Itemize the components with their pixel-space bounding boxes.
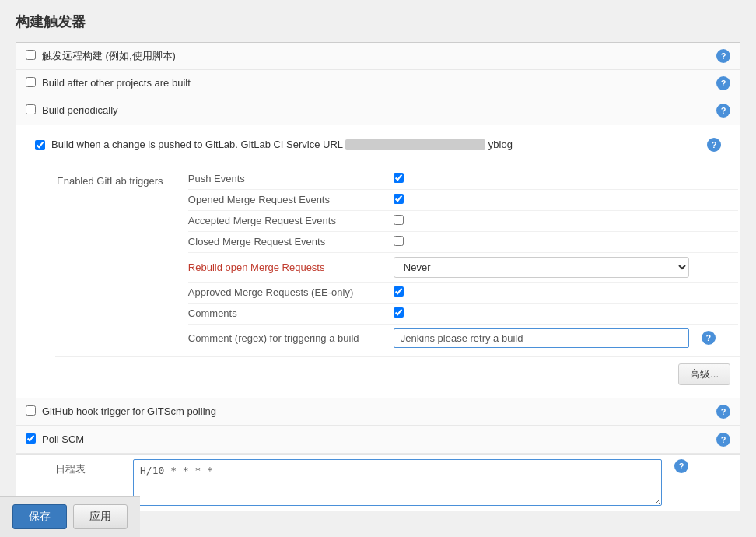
github-hook-help-icon[interactable]: ? bbox=[716, 405, 730, 419]
build-after-help-icon[interactable]: ? bbox=[716, 76, 730, 90]
comments-label: Comments bbox=[188, 307, 390, 319]
comments-item: Comments bbox=[188, 304, 738, 325]
approved-merge-label: Approved Merge Requests (EE-only) bbox=[188, 286, 390, 298]
comment-regex-item: Comment (regex) for triggering a build ? bbox=[188, 325, 738, 352]
build-after-checkbox[interactable] bbox=[26, 77, 36, 87]
poll-scm-label: Poll SCM bbox=[42, 433, 710, 447]
opened-merge-checkbox[interactable] bbox=[394, 194, 404, 204]
poll-scm-row: Poll SCM ? bbox=[16, 426, 740, 454]
closed-merge-label: Closed Merge Request Events bbox=[188, 236, 390, 247]
schedule-textarea[interactable]: H/10 * * * * bbox=[133, 459, 662, 506]
enabled-triggers-label: Enabled GitLab triggers bbox=[57, 169, 187, 352]
schedule-help-icon[interactable]: ? bbox=[674, 459, 688, 473]
gitlab-triggers-table: Enabled GitLab triggers Push Events Open… bbox=[55, 167, 740, 353]
approved-merge-checkbox[interactable] bbox=[394, 286, 404, 297]
opened-merge-label: Opened Merge Request Events bbox=[188, 194, 390, 205]
push-events-checkbox[interactable] bbox=[394, 173, 404, 183]
build-after-label: Build after other projects are built bbox=[42, 76, 710, 90]
gitlab-expanded-content: Enabled GitLab triggers Push Events Open… bbox=[16, 164, 740, 398]
gitlab-trigger-label: Build when a change is pushed to GitLab.… bbox=[51, 138, 701, 152]
build-after-row: Build after other projects are built ? bbox=[16, 70, 740, 97]
advanced-button[interactable]: 高级... bbox=[678, 363, 730, 385]
build-periodically-checkbox[interactable] bbox=[26, 104, 36, 114]
triggers-col: Push Events Opened Merge Request Events bbox=[188, 169, 738, 352]
push-events-label: Push Events bbox=[188, 173, 390, 184]
rebuild-open-select[interactable]: Never On push to source branch On push t… bbox=[394, 257, 689, 278]
comments-checkbox[interactable] bbox=[394, 307, 404, 318]
accepted-merge-label: Accepted Merge Request Events bbox=[188, 215, 390, 226]
schedule-label: 日程表 bbox=[55, 459, 133, 476]
closed-merge-checkbox[interactable] bbox=[394, 236, 404, 246]
gitlab-url-blur bbox=[345, 139, 485, 150]
poll-scm-checkbox[interactable] bbox=[26, 433, 36, 444]
remote-trigger-checkbox[interactable] bbox=[26, 50, 36, 60]
remote-trigger-help-icon[interactable]: ? bbox=[716, 49, 730, 63]
remote-trigger-label: 触发远程构建 (例如,使用脚本) bbox=[42, 49, 710, 63]
rebuild-open-item: Rebuild open Merge Requests Never On pus… bbox=[188, 253, 738, 283]
opened-merge-item: Opened Merge Request Events bbox=[188, 190, 738, 211]
accepted-merge-checkbox[interactable] bbox=[394, 215, 404, 225]
approved-merge-item: Approved Merge Requests (EE-only) bbox=[188, 283, 738, 304]
accepted-merge-item: Accepted Merge Request Events bbox=[188, 211, 738, 232]
apply-button[interactable]: 应用 bbox=[73, 504, 128, 529]
gitlab-url-suffix: yblog bbox=[488, 139, 513, 150]
rebuild-open-label[interactable]: Rebuild open Merge Requests bbox=[188, 261, 390, 273]
gitlab-trigger-checkbox[interactable] bbox=[35, 140, 45, 150]
page-title: 构建触发器 bbox=[16, 12, 740, 31]
save-button[interactable]: 保存 bbox=[12, 504, 67, 529]
github-hook-label: GitHub hook trigger for GITScm polling bbox=[42, 405, 710, 419]
poll-scm-help-icon[interactable]: ? bbox=[716, 433, 730, 447]
build-periodically-help-icon[interactable]: ? bbox=[716, 104, 730, 118]
github-hook-row: GitHub hook trigger for GITScm polling ? bbox=[16, 398, 740, 426]
build-periodically-row: Build periodically ? bbox=[16, 97, 740, 125]
push-events-item: Push Events bbox=[188, 169, 738, 190]
closed-merge-item: Closed Merge Request Events bbox=[188, 232, 738, 253]
comment-regex-label: Comment (regex) for triggering a build bbox=[188, 332, 390, 344]
comment-regex-input[interactable] bbox=[394, 328, 689, 348]
gitlab-trigger-row: Build when a change is pushed to GitLab.… bbox=[16, 125, 740, 164]
gitlab-help-icon[interactable]: ? bbox=[707, 138, 721, 152]
comment-regex-help-icon[interactable]: ? bbox=[702, 331, 716, 345]
bottom-bar: 保存 应用 bbox=[0, 496, 140, 537]
remote-trigger-row: 触发远程构建 (例如,使用脚本) ? bbox=[16, 43, 740, 70]
github-hook-checkbox[interactable] bbox=[26, 405, 36, 416]
build-periodically-label: Build periodically bbox=[42, 104, 710, 118]
advanced-btn-row: 高级... bbox=[55, 356, 740, 391]
triggers-section: 触发远程构建 (例如,使用脚本) ? Build after other pro… bbox=[16, 42, 740, 511]
